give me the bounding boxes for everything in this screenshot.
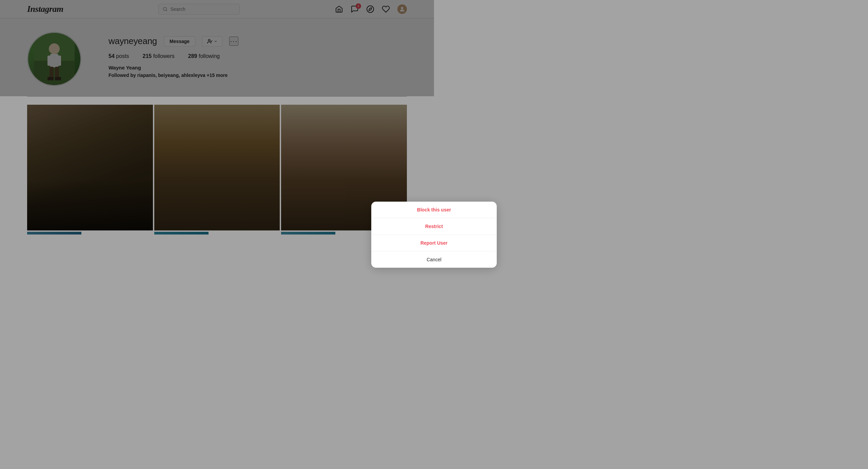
restrict-button[interactable]: Restrict	[371, 218, 434, 235]
block-user-button[interactable]: Block this user	[371, 202, 434, 218]
action-modal: Block this user Restrict Report User Can…	[371, 202, 434, 235]
modal-overlay[interactable]: Block this user Restrict Report User Can…	[0, 0, 434, 234]
